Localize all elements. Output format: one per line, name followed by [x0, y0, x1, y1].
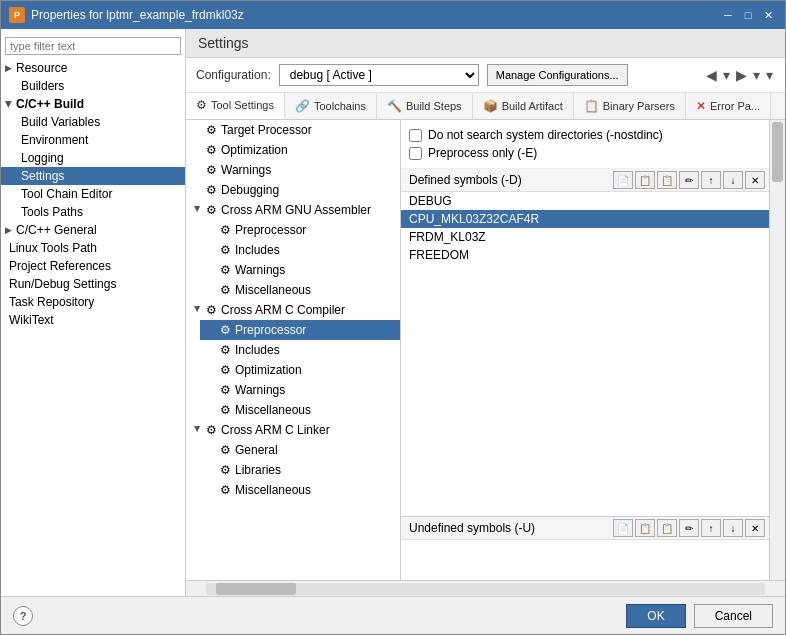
sidebar-item-label: Run/Debug Settings [9, 277, 116, 291]
sidebar-item-tool-chain-editor[interactable]: Tool Chain Editor [1, 185, 185, 203]
symbol-value: CPU_MKL03Z32CAF4R [409, 212, 539, 226]
copy-symbol-button[interactable]: 📋 [635, 171, 655, 189]
tree-item-asm-miscellaneous[interactable]: ⚙ Miscellaneous [200, 280, 400, 300]
tree-item-label: Warnings [235, 383, 285, 397]
edit-undefined-button[interactable]: ✏ [679, 519, 699, 537]
nav-dropdown-button[interactable]: ▾ [721, 67, 732, 83]
sidebar-item-settings[interactable]: Settings [1, 167, 185, 185]
tree-item-linker-general[interactable]: ⚙ General [200, 440, 400, 460]
tab-tool-settings[interactable]: ⚙ Tool Settings [186, 93, 285, 119]
symbol-item-debug[interactable]: DEBUG [401, 192, 769, 210]
undefined-symbols-list [401, 540, 769, 580]
move-up-undefined-button[interactable]: ↑ [701, 519, 721, 537]
right-panel: Settings Configuration: debug [ Active ]… [186, 29, 785, 596]
config-select[interactable]: debug [ Active ] [279, 64, 479, 86]
no-system-dirs-checkbox[interactable] [409, 129, 422, 142]
sidebar-item-label: C/C++ General [16, 223, 97, 237]
copy-undefined-button[interactable]: 📋 [635, 519, 655, 537]
tree-item-asm-preprocessor[interactable]: ⚙ Preprocessor [200, 220, 400, 240]
tree-item-cross-arm-c-linker[interactable]: ▶ ⚙ Cross ARM C Linker [186, 420, 400, 440]
tree-item-asm-includes[interactable]: ⚙ Includes [200, 240, 400, 260]
checkbox-preprocess-only: Preprocess only (-E) [409, 144, 761, 162]
tree-item-debugging[interactable]: ⚙ Debugging [186, 180, 400, 200]
manage-config-button[interactable]: Manage Configurations... [487, 64, 628, 86]
h-scroll-thumb[interactable] [216, 583, 296, 595]
tab-toolchains[interactable]: 🔗 Toolchains [285, 93, 377, 119]
symbol-item-frdm-kl03z[interactable]: FRDM_KL03Z [401, 228, 769, 246]
vertical-scrollbar[interactable] [769, 120, 785, 580]
asm-children: ⚙ Preprocessor ⚙ Includes ⚙ Warnings [186, 220, 400, 300]
sidebar-item-cpp-general[interactable]: ▶ C/C++ General [1, 221, 185, 239]
sidebar-item-label: Logging [21, 151, 64, 165]
sidebar-item-run-debug-settings[interactable]: Run/Debug Settings [1, 275, 185, 293]
close-button[interactable]: ✕ [759, 7, 777, 23]
tree-item-label: Libraries [235, 463, 281, 477]
tree-item-c-includes[interactable]: ⚙ Includes [200, 340, 400, 360]
sidebar-item-cpp-build[interactable]: ▶ C/C++ Build [1, 95, 185, 113]
sidebar-item-label: Resource [16, 61, 67, 75]
tree-item-c-miscellaneous[interactable]: ⚙ Miscellaneous [200, 400, 400, 420]
move-down-symbol-button[interactable]: ↓ [723, 171, 743, 189]
tab-binary-parsers[interactable]: 📋 Binary Parsers [574, 93, 686, 119]
tree-item-warnings[interactable]: ⚙ Warnings [186, 160, 400, 180]
edit-symbol-button[interactable]: ✏ [679, 171, 699, 189]
maximize-button[interactable]: □ [739, 7, 757, 23]
delete-undefined-button[interactable]: ✕ [745, 519, 765, 537]
sidebar-item-project-references[interactable]: Project References [1, 257, 185, 275]
undefined-symbols-toolbar: Undefined symbols (-U) 📄 📋 📋 ✏ ↑ ↓ ✕ [401, 517, 769, 540]
help-button[interactable]: ? [13, 606, 33, 626]
sidebar-item-linux-tools-path[interactable]: Linux Tools Path [1, 239, 185, 257]
window-icon: P [9, 7, 25, 23]
tree-item-linker-miscellaneous[interactable]: ⚙ Miscellaneous [200, 480, 400, 500]
move-up-symbol-button[interactable]: ↑ [701, 171, 721, 189]
sidebar-item-logging[interactable]: Logging [1, 149, 185, 167]
add-symbol-button[interactable]: 📄 [613, 171, 633, 189]
arrow-icon: ▶ [5, 63, 12, 73]
sidebar-item-label: C/C++ Build [16, 97, 84, 111]
symbol-item-cpu-mkl03z[interactable]: CPU_MKL03Z32CAF4R [401, 210, 769, 228]
nav-forward-dropdown-button[interactable]: ▾ [751, 67, 762, 83]
expand-arrow: ▶ [193, 425, 202, 435]
tree-item-optimization[interactable]: ⚙ Optimization [186, 140, 400, 160]
tree-item-cross-arm-c-compiler[interactable]: ▶ ⚙ Cross ARM C Compiler [186, 300, 400, 320]
sidebar-item-build-variables[interactable]: Build Variables [1, 113, 185, 131]
sidebar-item-tools-paths[interactable]: Tools Paths [1, 203, 185, 221]
sidebar-item-task-repository[interactable]: Task Repository [1, 293, 185, 311]
horizontal-scrollbar[interactable] [186, 580, 785, 596]
tab-build-steps[interactable]: 🔨 Build Steps [377, 93, 473, 119]
symbol-item-freedom[interactable]: FREEDOM [401, 246, 769, 264]
delete-symbol-button[interactable]: ✕ [745, 171, 765, 189]
paste-symbol-button[interactable]: 📋 [657, 171, 677, 189]
sidebar-item-wikitext[interactable]: WikiText [1, 311, 185, 329]
preprocess-only-checkbox[interactable] [409, 147, 422, 160]
sidebar-item-label: Environment [21, 133, 88, 147]
sidebar-item-environment[interactable]: Environment [1, 131, 185, 149]
filter-input[interactable] [5, 37, 181, 55]
title-bar: P Properties for lptmr_example_frdmkl03z… [1, 1, 785, 29]
tree-item-cross-arm-gnu-assembler[interactable]: ▶ ⚙ Cross ARM GNU Assembler [186, 200, 400, 220]
sidebar-item-resource[interactable]: ▶ Resource [1, 59, 185, 77]
move-down-undefined-button[interactable]: ↓ [723, 519, 743, 537]
nav-forward-button[interactable]: ▶ [734, 67, 749, 83]
paste-undefined-button[interactable]: 📋 [657, 519, 677, 537]
add-undefined-button[interactable]: 📄 [613, 519, 633, 537]
sidebar-item-builders[interactable]: Builders [1, 77, 185, 95]
defined-symbols-toolbar: Defined symbols (-D) 📄 📋 📋 ✏ ↑ ↓ ✕ [401, 169, 769, 192]
tree-item-target-processor[interactable]: ⚙ Target Processor [186, 120, 400, 140]
tree-item-c-preprocessor[interactable]: ⚙ Preprocessor [200, 320, 400, 340]
tree-item-c-warnings[interactable]: ⚙ Warnings [200, 380, 400, 400]
nav-menu-button[interactable]: ▾ [764, 67, 775, 83]
cancel-button[interactable]: Cancel [694, 604, 773, 628]
tree-panel: ⚙ Target Processor ⚙ Optimization ⚙ Warn… [186, 120, 401, 580]
minimize-button[interactable]: ─ [719, 7, 737, 23]
tab-build-artifact[interactable]: 📦 Build Artifact [473, 93, 574, 119]
ok-button[interactable]: OK [626, 604, 685, 628]
tree-item-linker-libraries[interactable]: ⚙ Libraries [200, 460, 400, 480]
tree-icon: ⚙ [220, 403, 231, 417]
nav-back-button[interactable]: ◀ [704, 67, 719, 83]
tree-item-c-optimization[interactable]: ⚙ Optimization [200, 360, 400, 380]
scroll-thumb[interactable] [772, 122, 783, 182]
tab-label: Toolchains [314, 100, 366, 112]
tree-item-asm-warnings[interactable]: ⚙ Warnings [200, 260, 400, 280]
tab-error-pa[interactable]: ✕ Error Pa... [686, 93, 771, 119]
